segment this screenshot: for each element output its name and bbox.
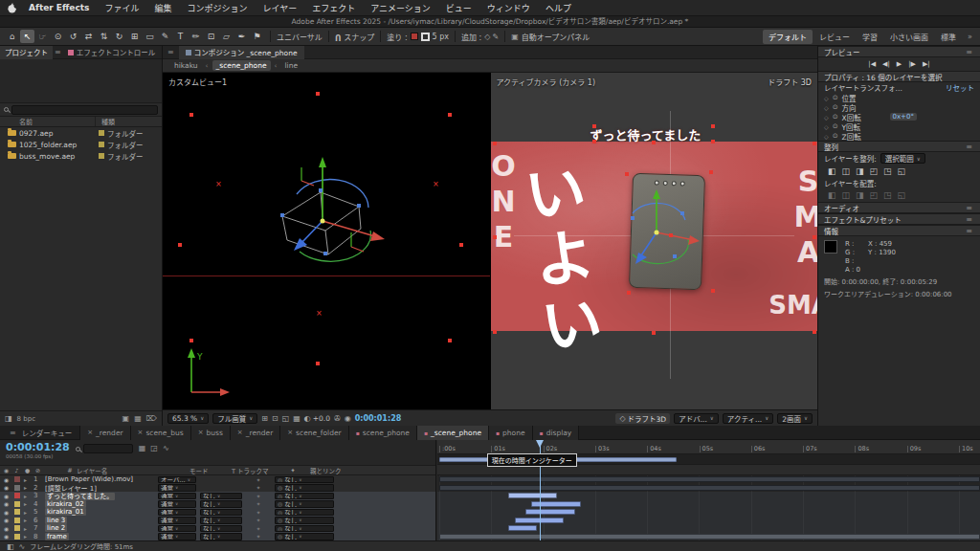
stopwatch-icon[interactable]: ⊙	[833, 94, 838, 101]
transform-gizmo[interactable]	[604, 180, 709, 285]
layer-name[interactable]: kirakira_01	[45, 508, 156, 516]
workspace-0[interactable]: デフォルト	[763, 30, 813, 44]
layer-label-swatch[interactable]	[14, 476, 20, 482]
blend-mode-dropdown[interactable]: 通常	[158, 533, 196, 540]
property-value[interactable]: 0x+0°	[890, 113, 917, 121]
play-button[interactable]: ▶	[897, 60, 902, 68]
delete-icon[interactable]: ⌦	[146, 414, 157, 423]
first-frame-button[interactable]: |◀	[868, 60, 876, 68]
keyframe-nav-icon[interactable]: ◇	[824, 95, 829, 101]
column-name[interactable]: 名前	[0, 117, 96, 126]
timeline-graph[interactable]: :00s01s02s03s04s05s06s07s08s09s10s 現在の時間…	[437, 440, 980, 540]
new-folder-icon[interactable]: ▣	[122, 414, 130, 423]
eye-icon[interactable]: ◉	[2, 525, 11, 532]
resolution-dropdown[interactable]: フル画質∨	[212, 413, 257, 424]
close-icon[interactable]: ×	[237, 429, 243, 436]
rotation-tool[interactable]: ↻	[112, 30, 126, 43]
selection-handle[interactable]	[493, 235, 497, 239]
zoom-tool[interactable]: ⊙	[51, 30, 65, 43]
pan-behind-tool[interactable]: ⊞	[127, 30, 142, 43]
guides-icon[interactable]: ⊡	[272, 414, 278, 423]
draft-3d-toggle-icon[interactable]: ◲	[150, 444, 158, 452]
workspace-2[interactable]: 学習	[857, 30, 883, 44]
selection-handle[interactable]	[813, 142, 816, 145]
twirl-icon[interactable]: ▸	[24, 493, 32, 499]
selection-handle[interactable]	[493, 142, 497, 145]
align-button-5[interactable]: ◱	[898, 166, 906, 176]
draft-3d-toggle[interactable]: ◇ドラフト3D	[615, 413, 670, 424]
parent-dropdown[interactable]: ◎なし	[275, 500, 334, 508]
next-frame-button[interactable]: |▶	[908, 60, 916, 68]
layer-duration-bar[interactable]	[525, 509, 575, 515]
menubar-item-5[interactable]: アニメーション	[363, 2, 438, 14]
twirl-icon[interactable]: ▸	[24, 476, 32, 483]
panel-menu-icon[interactable]: ≡	[964, 48, 974, 56]
close-icon[interactable]: ×	[198, 429, 204, 436]
stroke-width-value[interactable]: 5 px	[433, 33, 449, 41]
distribute-button-4[interactable]: ◳	[883, 190, 892, 200]
breadcrumb-item-_scene_phone[interactable]: _scene_phone	[212, 60, 271, 71]
timeline-tab-_scene_phone[interactable]: ▪_scene_phone	[417, 426, 489, 440]
distribute-button-5[interactable]: ◱	[898, 190, 906, 200]
layer-duration-bar[interactable]	[439, 476, 980, 482]
blend-mode-dropdown[interactable]: 通常	[158, 500, 196, 508]
align-button-3[interactable]: ◰	[870, 166, 879, 176]
eye-icon[interactable]: ◉	[2, 533, 11, 540]
mask-visibility-icon[interactable]: ◱	[282, 414, 290, 423]
clone-stamp-tool[interactable]: ⊡	[204, 30, 218, 43]
track-matte-dropdown[interactable]: なし	[200, 517, 242, 524]
blend-mode-dropdown[interactable]: 通常	[158, 509, 196, 517]
workspace-overflow-icon[interactable]: »	[965, 33, 975, 41]
panel-menu-icon[interactable]: ≡	[964, 143, 974, 151]
renderer-dropdown[interactable]: アドバ...∨	[674, 413, 719, 424]
align-button-0[interactable]: ◧	[828, 166, 836, 176]
layer-label-swatch[interactable]	[14, 501, 20, 507]
selection-handle[interactable]	[592, 140, 596, 143]
menubar-item-0[interactable]: ファイル	[97, 2, 146, 14]
layer-row-5[interactable]: ◉▸5kirakira_01通常なし✦◎なし	[0, 508, 435, 517]
selection-handle[interactable]	[178, 243, 182, 247]
menubar-item-2[interactable]: コンポジション	[179, 2, 255, 14]
fill-color-swatch[interactable]	[411, 33, 418, 40]
blend-mode-dropdown[interactable]: オーバ...	[158, 476, 196, 484]
label-swatch[interactable]	[99, 142, 104, 147]
selection-handle[interactable]	[652, 331, 656, 335]
close-icon[interactable]: ×	[138, 429, 144, 436]
project-search-input[interactable]	[11, 105, 158, 115]
panel-menu-icon[interactable]: ≡	[964, 227, 974, 235]
scene-text-layer[interactable]: ずっと待ってました	[590, 125, 702, 143]
track-matte-dropdown[interactable]: なし	[200, 525, 242, 533]
timeline-tab-display[interactable]: ▪display	[533, 426, 580, 440]
selection-tool[interactable]: ↖	[20, 30, 34, 43]
panel-menu-icon[interactable]: ≡	[964, 204, 974, 212]
eye-icon[interactable]: ◉	[2, 484, 11, 491]
preview-panel-header[interactable]: プレビュー≡	[818, 46, 980, 57]
layer-row-7[interactable]: ◉▸7line 2通常なし✦◎なし	[0, 524, 435, 533]
timeline-tab-scene_folder[interactable]: ×scene_folder	[280, 426, 348, 440]
track-matte-dropdown[interactable]: なし	[200, 493, 242, 500]
interpret-footage-icon[interactable]: ◨	[5, 414, 12, 423]
parent-dropdown[interactable]: ◎なし	[275, 533, 334, 540]
track-matte-column[interactable]: T トラックマ	[232, 466, 276, 475]
universal-toggle[interactable]: ユニバーサル	[277, 32, 323, 42]
selection-handle[interactable]	[711, 124, 715, 128]
align-button-2[interactable]: ◨	[856, 166, 864, 176]
pickwhip-icon[interactable]: ◎	[278, 509, 282, 516]
selection-handle[interactable]	[625, 172, 629, 176]
workspace-4[interactable]: 標準	[935, 30, 962, 44]
timeline-tab-_render[interactable]: ×_render	[231, 426, 280, 440]
tab-composition[interactable]: コンポジション _scene_phone	[179, 46, 304, 59]
bit-depth-button[interactable]: 8 bpc	[17, 415, 35, 423]
transform-group-row[interactable]: レイヤートランスフォ... リセット	[818, 82, 980, 93]
layer-label-swatch[interactable]	[14, 485, 20, 491]
blend-mode-dropdown[interactable]: 通常	[158, 525, 196, 533]
properties-panel-header[interactable]: プロパティ : 16 個のレイヤーを選択	[818, 71, 980, 82]
selection-handle[interactable]	[316, 92, 320, 96]
layer-switches[interactable]: ✦	[244, 509, 273, 516]
layer-name-column[interactable]: レイヤー名	[77, 466, 188, 475]
render-time-icon[interactable]: ◧	[7, 542, 14, 551]
eye-icon[interactable]: ◉	[2, 500, 11, 507]
layer-name[interactable]: kirakira_02	[45, 500, 156, 508]
effects-presets-panel-header[interactable]: エフェクト&プリセット≡	[818, 213, 980, 225]
app-menu[interactable]: After Effects	[21, 3, 97, 12]
